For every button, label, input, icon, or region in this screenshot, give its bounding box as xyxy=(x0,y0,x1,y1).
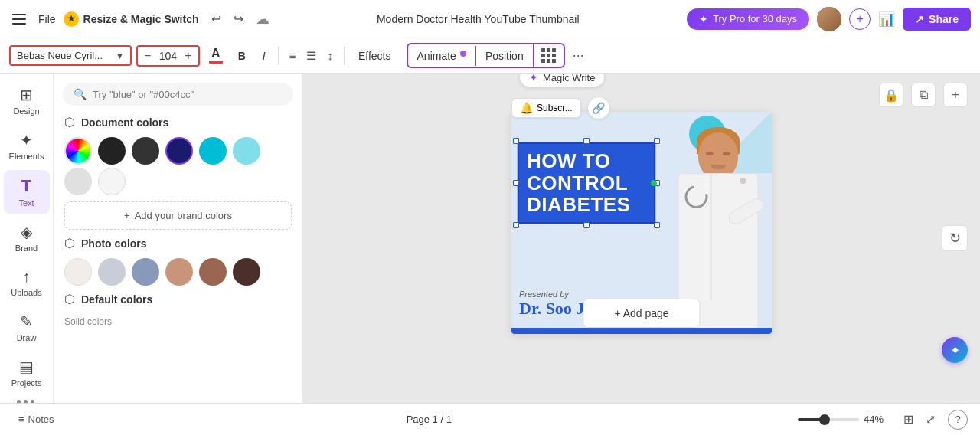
add-team-member-button[interactable]: + xyxy=(849,8,871,30)
photo-colors-title: Photo colors xyxy=(81,237,147,250)
add-icon: + xyxy=(124,210,130,221)
add-brand-label: Add your brand colors xyxy=(135,210,232,221)
search-input[interactable] xyxy=(93,89,283,100)
color-search-bar[interactable]: 🔍 xyxy=(63,83,293,106)
white-swatch[interactable] xyxy=(98,168,126,195)
photo-white-swatch[interactable] xyxy=(64,258,92,286)
uploads-label: Uploads xyxy=(11,288,41,297)
sidebar-item-uploads[interactable]: ↑ Uploads xyxy=(4,262,50,303)
teal-color-swatch[interactable] xyxy=(199,137,227,165)
help-button[interactable]: ? xyxy=(948,410,968,430)
default-colors-header: ⬡ Default colors xyxy=(64,292,292,306)
rainbow-color-swatch[interactable] xyxy=(64,137,92,165)
format-toolbar: Bebas Neue Cyril... ▼ − + A B I ≡ ☰ ↕ Ef… xyxy=(0,38,980,74)
default-colors-section: ⬡ Default colors Solid colors xyxy=(54,292,302,328)
redo-button[interactable]: ↪ xyxy=(229,8,248,29)
bottom-toolbar: ≡ Notes Page 1 / 1 44% ⊞ ⤢ ? xyxy=(0,403,980,435)
grid-view-button[interactable] xyxy=(533,44,564,67)
canvas-refresh-button[interactable]: ↻ xyxy=(942,225,968,251)
sidebar-item-projects[interactable]: ▤ Projects xyxy=(4,352,50,394)
notes-button[interactable]: ≡ Notes xyxy=(12,410,60,428)
lock-button[interactable]: 🔒 xyxy=(879,83,903,107)
photo-light-blue-swatch[interactable] xyxy=(98,258,126,286)
pro-upgrade-button[interactable]: ✦ Try Pro for 30 days xyxy=(687,8,809,30)
view-mode-buttons: ⊞ ⤢ xyxy=(899,409,940,430)
animate-position-group: Animate Position xyxy=(407,43,565,68)
left-panel: 🔍 ⬡ Document colors xyxy=(54,74,303,403)
photo-skin-swatch[interactable] xyxy=(165,258,193,286)
add-page-top-button[interactable]: + xyxy=(943,83,968,107)
add-brand-colors-button[interactable]: + Add your brand colors xyxy=(64,201,292,230)
doctor-head xyxy=(698,132,738,178)
cloud-save-icon[interactable]: ☁ xyxy=(256,11,270,28)
main-text-box[interactable]: HOW TO CONTROL DIABETES xyxy=(518,142,655,224)
palette-icon: ⬡ xyxy=(64,115,75,129)
navy-color-swatch[interactable] xyxy=(165,137,193,165)
effects-button[interactable]: Effects xyxy=(351,46,399,66)
collapse-chevron[interactable]: ⌄ xyxy=(636,395,648,403)
sidebar-item-design[interactable]: ⊞ Design xyxy=(4,80,50,122)
subscribe-badge[interactable]: 🔔 Subscr... xyxy=(511,98,581,118)
align-list-button[interactable]: ☰ xyxy=(302,45,321,67)
position-button[interactable]: Position xyxy=(475,46,533,66)
link-button[interactable]: 🔗 xyxy=(587,96,610,119)
magic-write-button[interactable]: ✦ Magic Write xyxy=(519,74,605,87)
file-menu[interactable]: File xyxy=(38,13,56,25)
photo-blue-swatch[interactable] xyxy=(132,258,159,286)
user-avatar[interactable] xyxy=(817,7,841,31)
grid-view-button[interactable]: ⊞ xyxy=(899,409,918,430)
zoom-slider[interactable] xyxy=(798,418,859,421)
grid-icon xyxy=(541,48,556,63)
sidebar-item-draw[interactable]: ✎ Draw xyxy=(4,306,50,348)
cyan-color-swatch[interactable] xyxy=(233,137,260,165)
uploads-icon: ↑ xyxy=(23,268,31,286)
dark-color-swatch[interactable] xyxy=(132,137,159,165)
line-height-button[interactable]: ↕ xyxy=(322,45,338,67)
sidebar-item-text[interactable]: T Text xyxy=(4,170,50,214)
bold-button[interactable]: B xyxy=(232,47,252,65)
font-size-control: − + xyxy=(136,45,200,67)
zoom-slider-thumb[interactable] xyxy=(819,414,830,425)
font-size-input[interactable] xyxy=(154,50,181,62)
light-grey-swatch[interactable] xyxy=(64,168,92,195)
sidebar-item-elements[interactable]: ✦ Elements xyxy=(4,125,50,167)
italic-button[interactable]: I xyxy=(256,47,272,65)
magic-wand-icon: ✦ xyxy=(529,74,538,83)
handle-right-green[interactable] xyxy=(651,180,657,186)
stats-icon[interactable]: 📊 xyxy=(878,11,895,28)
canva-assist-button[interactable]: ✦ xyxy=(942,337,968,363)
magic-write-label: Magic Write xyxy=(543,74,595,83)
default-palette-icon: ⬡ xyxy=(64,292,75,306)
elements-label: Elements xyxy=(9,152,44,161)
add-page-button[interactable]: + Add page xyxy=(583,299,700,328)
document-colors-title: Document colors xyxy=(81,116,168,129)
default-colors-title: Default colors xyxy=(81,293,152,306)
align-left-button[interactable]: ≡ xyxy=(285,45,301,67)
photo-dark-brown-swatch[interactable] xyxy=(233,258,260,286)
animate-dot-indicator xyxy=(460,51,466,57)
canvas-top-controls: 🔒 ⧉ + xyxy=(879,83,968,107)
font-chevron-icon: ▼ xyxy=(116,51,124,61)
black-color-swatch[interactable] xyxy=(98,137,126,165)
sidebar-item-brand[interactable]: ◈ Brand xyxy=(4,217,50,259)
brand-label: Brand xyxy=(15,244,38,253)
chevron-down-icon: ⌄ xyxy=(636,396,648,403)
animate-button[interactable]: Animate xyxy=(408,46,475,66)
share-button[interactable]: ↗ Share xyxy=(903,8,971,31)
more-options-button[interactable]: ··· xyxy=(573,47,584,64)
font-size-increase-button[interactable]: + xyxy=(183,49,193,63)
font-size-decrease-button[interactable]: − xyxy=(142,49,152,63)
fullscreen-button[interactable]: ⤢ xyxy=(921,409,940,430)
hamburger-menu[interactable] xyxy=(9,8,31,30)
font-family-selector[interactable]: Bebas Neue Cyril... ▼ xyxy=(9,45,132,66)
text-color-button[interactable]: A xyxy=(204,44,227,67)
undo-button[interactable]: ↩ xyxy=(207,8,226,29)
duplicate-button[interactable]: ⧉ xyxy=(911,83,936,107)
document-title[interactable]: Modern Doctor Health YouTube Thumbnail xyxy=(277,13,680,25)
logo-star-icon: ★ xyxy=(64,11,79,27)
zoom-controls: 44% xyxy=(798,414,891,425)
link-icon: 🔗 xyxy=(592,102,605,114)
photo-brown-skin-swatch[interactable] xyxy=(199,258,227,286)
document-colors-header: ⬡ Document colors xyxy=(64,115,292,129)
refresh-icon: ↻ xyxy=(949,230,961,247)
